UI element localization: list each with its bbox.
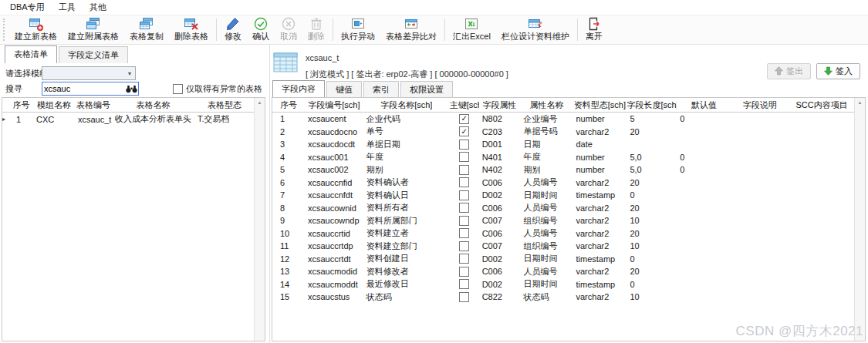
left-panel: 表格清单字段定义清单 请选择模组 ▼ 搜寻	[2, 44, 267, 343]
menu-bar: DBA专用工具其他	[0, 0, 868, 15]
field-cell: varchar2	[572, 178, 627, 187]
field-row[interactable]: 13xcsaucmodid资料修改者C006人员编号varchar220	[272, 265, 855, 278]
toolbar-button[interactable]: 表格差异比对	[380, 15, 442, 44]
column-header[interactable]: 模组名称	[33, 98, 75, 112]
field-cell: xcsaucent	[305, 114, 363, 123]
primary-key-checkbox[interactable]	[459, 140, 469, 150]
field-row[interactable]: 12xcsauccrtdt资料创建日D002日期时间timestamp0	[272, 253, 855, 266]
checkout-label: 签出	[786, 66, 803, 77]
primary-key-checkbox[interactable]	[459, 241, 469, 251]
field-row[interactable]: 11xcsauccrtdp资料建立部门C007组织编号varchar210	[272, 240, 855, 253]
column-header[interactable]: 字段长度[sch]	[627, 98, 677, 112]
toolbar-button[interactable]: 汇出Excel	[448, 15, 496, 44]
selected-row-marker-icon: ▸	[2, 116, 9, 123]
column-header[interactable]: 字段说明	[731, 98, 789, 112]
toolbar-button[interactable]: 建立新表格	[9, 15, 62, 44]
field-row[interactable]: 2xcsaucdocno单号✓C203单据号码varchar220	[272, 126, 855, 139]
primary-key-checkbox[interactable]	[459, 177, 469, 187]
column-header[interactable]: 属性名称	[521, 98, 573, 112]
left-tab[interactable]: 表格清单	[5, 45, 57, 63]
field-cell: C006	[479, 267, 521, 276]
binoculars-icon[interactable]	[124, 83, 138, 94]
menu-item[interactable]: 其他	[83, 0, 113, 15]
checkin-button[interactable]: 签入	[816, 63, 860, 79]
column-header[interactable]: 资料型态[sch]	[572, 98, 627, 112]
toolbar-button[interactable]: 建立附属表格	[62, 15, 124, 44]
toolbar-button[interactable]: 删除表格	[169, 15, 214, 44]
field-row[interactable]: 8xcsaucownid资料所有者C006人员编号varchar220	[272, 202, 855, 215]
field-cell: 状态码	[363, 291, 450, 303]
right-tab[interactable]: 字段内容	[272, 80, 325, 98]
tables-list-header: 序号模组名称表格编号表格名称表格型态	[2, 98, 255, 113]
primary-key-checkbox-checked[interactable]: ✓	[459, 126, 469, 136]
column-header[interactable]: 表格型态	[194, 98, 255, 112]
toolbar-button[interactable]: 修改	[219, 15, 247, 44]
menu-item[interactable]: 工具	[52, 0, 83, 15]
field-row[interactable]: 14xcsaucmoddt最近修改日D002日期时间timestamp0	[272, 278, 855, 291]
primary-key-checkbox[interactable]	[459, 254, 469, 264]
primary-key-checkbox[interactable]	[459, 228, 469, 238]
fields-table-header: 序号字段编号[sch]字段名称[sch]主键[sch]字段属性属性名称资料型态[…	[272, 98, 855, 113]
field-row[interactable]: 9xcsaucowndp资料所属部门C007组织编号varchar210	[272, 214, 855, 227]
toolbar-group: 修改确认取消删除	[219, 15, 330, 44]
field-cell: timestamp	[572, 190, 627, 200]
table-row[interactable]: ▸1CXCxcsauc_t收入成本分析表单头T.交易档	[2, 113, 255, 126]
column-header[interactable]: 字段名称[sch]	[363, 98, 450, 112]
toolbar-button[interactable]: 表格复制	[124, 15, 169, 44]
primary-key-checkbox[interactable]	[459, 267, 469, 277]
column-header[interactable]: 表格编号	[75, 98, 112, 112]
field-cell: 9	[272, 216, 305, 225]
scroll-up-icon[interactable]: ▲	[855, 98, 865, 108]
left-table-scrollbar[interactable]: ▲	[254, 98, 265, 341]
field-row[interactable]: 15xcsaucstus状态码C822状态码varchar210	[272, 291, 855, 304]
primary-key-checkbox[interactable]	[459, 292, 469, 302]
field-row[interactable]: 1xcsaucent企业代码✓N802企业编号number50	[272, 113, 855, 126]
primary-key-checkbox-checked[interactable]: ✓	[459, 114, 469, 124]
primary-key-checkbox[interactable]	[459, 203, 469, 213]
field-row[interactable]: 5xcsauc002期别N402期别number5,00	[272, 163, 855, 177]
left-tab[interactable]: 字段定义清单	[59, 46, 128, 63]
column-header[interactable]: 默认值	[677, 98, 731, 112]
column-header[interactable]: 字段属性	[479, 98, 521, 112]
toolbar-button[interactable]: 执行异动	[336, 15, 380, 44]
field-row[interactable]: 4xcsauc001年度N401年度number5,00	[272, 151, 855, 164]
fields-table-scrollbar[interactable]: ▲	[854, 98, 865, 341]
field-cell: 人员编号	[521, 177, 573, 188]
field-row[interactable]: 6xcsauccnfid资料确认者C006人员编号varchar220	[272, 177, 855, 190]
toolbar-button[interactable]: 栏位设计资料维护	[496, 15, 575, 44]
field-cell: 状态码	[521, 291, 573, 303]
field-cell: date	[572, 140, 627, 149]
field-row[interactable]: 7xcsauccnfdt资料确认日D002日期时间timestamp0	[272, 189, 855, 202]
abnormal-only-checkbox[interactable]: 仅取得有异常的表格	[173, 83, 265, 95]
toolbar-button-label: 表格差异比对	[386, 31, 437, 42]
pk-cell	[450, 165, 479, 175]
field-cell: number	[572, 114, 627, 123]
primary-key-checkbox[interactable]	[459, 216, 469, 226]
right-tab[interactable]: 权限设置	[400, 81, 453, 98]
field-row[interactable]: 3xcsaucdocdt单据日期D001日期date	[272, 138, 855, 151]
field-cell: xcsaucstus	[305, 292, 363, 301]
primary-key-checkbox[interactable]	[459, 152, 469, 162]
fields-table: 序号字段编号[sch]字段名称[sch]主键[sch]字段属性属性名称资料型态[…	[272, 97, 866, 341]
toolbar-button[interactable]: 离开	[580, 15, 608, 44]
column-header[interactable]: 字段编号[sch]	[305, 98, 363, 112]
column-header[interactable]: 表格名称	[112, 98, 194, 112]
toolbar-button[interactable]: 确认	[247, 15, 275, 44]
primary-key-checkbox[interactable]	[459, 279, 469, 289]
module-select[interactable]: ▼	[42, 66, 136, 80]
primary-key-checkbox[interactable]	[459, 190, 469, 200]
column-header[interactable]: 序号	[9, 98, 33, 112]
column-header[interactable]: SCC内容项目	[789, 98, 855, 112]
right-tab[interactable]: 索引	[363, 81, 399, 98]
column-header[interactable]: 主键[sch]	[450, 98, 479, 112]
module-select-row: 请选择模组 ▼	[2, 66, 265, 80]
checkout-button[interactable]: 签出	[767, 63, 811, 79]
primary-key-checkbox[interactable]	[459, 165, 469, 175]
field-cell: D001	[479, 140, 521, 149]
column-header[interactable]: 序号	[272, 98, 305, 112]
field-row[interactable]: 10xcsauccrtid资料建立者C006人员编号varchar220	[272, 227, 855, 240]
scroll-up-icon[interactable]: ▲	[255, 98, 265, 108]
menu-item[interactable]: DBA专用	[3, 0, 52, 15]
right-tab[interactable]: 键值	[326, 81, 362, 98]
search-input[interactable]	[42, 84, 124, 93]
